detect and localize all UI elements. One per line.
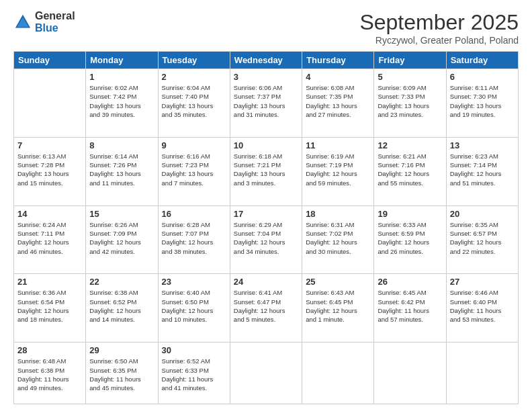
calendar-cell: 30Sunrise: 6:52 AM Sunset: 6:33 PM Dayli… (158, 342, 230, 404)
day-number: 5 (378, 72, 442, 82)
calendar-cell: 6Sunrise: 6:11 AM Sunset: 7:30 PM Daylig… (446, 69, 518, 138)
calendar-cell (230, 342, 302, 404)
calendar-cell: 10Sunrise: 6:18 AM Sunset: 7:21 PM Dayli… (230, 137, 302, 205)
calendar-cell: 12Sunrise: 6:21 AM Sunset: 7:16 PM Dayli… (374, 137, 446, 205)
day-number: 18 (306, 209, 370, 219)
weekday-header-tuesday: Tuesday (158, 52, 230, 69)
calendar-cell: 2Sunrise: 6:04 AM Sunset: 7:40 PM Daylig… (158, 69, 230, 138)
day-number: 7 (17, 140, 82, 150)
day-info: Sunrise: 6:35 AM Sunset: 6:57 PM Dayligh… (450, 220, 515, 256)
calendar-cell: 8Sunrise: 6:14 AM Sunset: 7:26 PM Daylig… (86, 137, 158, 205)
calendar-cell: 13Sunrise: 6:23 AM Sunset: 7:14 PM Dayli… (446, 137, 518, 205)
day-number: 25 (306, 277, 370, 287)
day-info: Sunrise: 6:08 AM Sunset: 7:35 PM Dayligh… (306, 83, 370, 119)
day-info: Sunrise: 6:26 AM Sunset: 7:09 PM Dayligh… (89, 220, 154, 256)
day-info: Sunrise: 6:09 AM Sunset: 7:33 PM Dayligh… (378, 83, 442, 119)
day-number: 1 (89, 72, 154, 82)
day-number: 11 (306, 140, 370, 150)
calendar-cell: 3Sunrise: 6:06 AM Sunset: 7:37 PM Daylig… (230, 69, 302, 138)
day-info: Sunrise: 6:43 AM Sunset: 6:45 PM Dayligh… (306, 288, 370, 324)
day-info: Sunrise: 6:16 AM Sunset: 7:23 PM Dayligh… (162, 152, 226, 187)
calendar-cell: 9Sunrise: 6:16 AM Sunset: 7:23 PM Daylig… (158, 137, 230, 205)
day-info: Sunrise: 6:14 AM Sunset: 7:26 PM Dayligh… (89, 152, 154, 187)
calendar-cell: 27Sunrise: 6:46 AM Sunset: 6:40 PM Dayli… (446, 274, 518, 342)
day-number: 13 (450, 140, 515, 150)
day-number: 3 (234, 72, 298, 82)
day-number: 4 (306, 72, 370, 82)
weekday-header-saturday: Saturday (446, 52, 518, 69)
day-number: 21 (17, 277, 82, 287)
day-number: 20 (450, 209, 515, 219)
title-section: September 2025 Ryczywol, Greater Poland,… (359, 10, 519, 46)
weekday-header-friday: Friday (374, 52, 446, 69)
day-number: 28 (17, 345, 82, 355)
calendar-cell: 23Sunrise: 6:40 AM Sunset: 6:50 PM Dayli… (158, 274, 230, 342)
calendar-cell (446, 342, 518, 404)
calendar-cell: 21Sunrise: 6:36 AM Sunset: 6:54 PM Dayli… (14, 274, 86, 342)
week-row-4: 21Sunrise: 6:36 AM Sunset: 6:54 PM Dayli… (14, 274, 519, 342)
day-number: 15 (89, 209, 154, 219)
day-info: Sunrise: 6:50 AM Sunset: 6:35 PM Dayligh… (89, 357, 154, 392)
day-number: 14 (17, 209, 82, 219)
day-number: 19 (378, 209, 442, 219)
calendar-cell: 29Sunrise: 6:50 AM Sunset: 6:35 PM Dayli… (86, 342, 158, 404)
weekday-header-monday: Monday (86, 52, 158, 69)
day-info: Sunrise: 6:48 AM Sunset: 6:38 PM Dayligh… (17, 357, 82, 392)
day-info: Sunrise: 6:06 AM Sunset: 7:37 PM Dayligh… (234, 83, 298, 119)
day-info: Sunrise: 6:52 AM Sunset: 6:33 PM Dayligh… (162, 357, 226, 392)
day-number: 27 (450, 277, 515, 287)
month-title: September 2025 (359, 10, 519, 35)
day-number: 10 (234, 140, 298, 150)
day-number: 30 (162, 345, 226, 355)
day-info: Sunrise: 6:45 AM Sunset: 6:42 PM Dayligh… (378, 288, 442, 324)
day-number: 8 (89, 140, 154, 150)
day-number: 24 (234, 277, 298, 287)
calendar-cell: 20Sunrise: 6:35 AM Sunset: 6:57 PM Dayli… (446, 205, 518, 274)
day-info: Sunrise: 6:40 AM Sunset: 6:50 PM Dayligh… (162, 288, 226, 324)
day-info: Sunrise: 6:23 AM Sunset: 7:14 PM Dayligh… (450, 152, 515, 187)
day-number: 17 (234, 209, 298, 219)
week-row-2: 7Sunrise: 6:13 AM Sunset: 7:28 PM Daylig… (14, 137, 519, 205)
day-info: Sunrise: 6:28 AM Sunset: 7:07 PM Dayligh… (162, 220, 226, 256)
calendar-cell: 14Sunrise: 6:24 AM Sunset: 7:11 PM Dayli… (14, 205, 86, 274)
calendar-cell: 5Sunrise: 6:09 AM Sunset: 7:33 PM Daylig… (374, 69, 446, 138)
week-row-5: 28Sunrise: 6:48 AM Sunset: 6:38 PM Dayli… (14, 342, 519, 404)
calendar-cell: 7Sunrise: 6:13 AM Sunset: 7:28 PM Daylig… (14, 137, 86, 205)
day-number: 16 (162, 209, 226, 219)
calendar-cell (374, 342, 446, 404)
day-info: Sunrise: 6:33 AM Sunset: 6:59 PM Dayligh… (378, 220, 442, 256)
day-info: Sunrise: 6:24 AM Sunset: 7:11 PM Dayligh… (17, 220, 82, 256)
weekday-header-wednesday: Wednesday (230, 52, 302, 69)
day-info: Sunrise: 6:38 AM Sunset: 6:52 PM Dayligh… (89, 288, 154, 324)
calendar-cell (14, 69, 86, 138)
day-number: 12 (378, 140, 442, 150)
logo-blue: Blue (35, 22, 75, 34)
day-info: Sunrise: 6:36 AM Sunset: 6:54 PM Dayligh… (17, 288, 82, 324)
calendar-cell: 4Sunrise: 6:08 AM Sunset: 7:35 PM Daylig… (302, 69, 374, 138)
weekday-header-row: SundayMondayTuesdayWednesdayThursdayFrid… (14, 52, 519, 69)
logo-general: General (35, 10, 75, 22)
day-number: 29 (89, 345, 154, 355)
calendar-cell: 15Sunrise: 6:26 AM Sunset: 7:09 PM Dayli… (86, 205, 158, 274)
calendar-cell: 25Sunrise: 6:43 AM Sunset: 6:45 PM Dayli… (302, 274, 374, 342)
week-row-1: 1Sunrise: 6:02 AM Sunset: 7:42 PM Daylig… (14, 69, 519, 138)
day-info: Sunrise: 6:04 AM Sunset: 7:40 PM Dayligh… (162, 83, 226, 119)
calendar-cell (302, 342, 374, 404)
day-info: Sunrise: 6:21 AM Sunset: 7:16 PM Dayligh… (378, 152, 442, 187)
day-number: 9 (162, 140, 226, 150)
weekday-header-thursday: Thursday (302, 52, 374, 69)
calendar-cell: 26Sunrise: 6:45 AM Sunset: 6:42 PM Dayli… (374, 274, 446, 342)
calendar-cell: 11Sunrise: 6:19 AM Sunset: 7:19 PM Dayli… (302, 137, 374, 205)
day-info: Sunrise: 6:11 AM Sunset: 7:30 PM Dayligh… (450, 83, 515, 119)
calendar-cell: 16Sunrise: 6:28 AM Sunset: 7:07 PM Dayli… (158, 205, 230, 274)
calendar-cell: 17Sunrise: 6:29 AM Sunset: 7:04 PM Dayli… (230, 205, 302, 274)
calendar-cell: 22Sunrise: 6:38 AM Sunset: 6:52 PM Dayli… (86, 274, 158, 342)
day-info: Sunrise: 6:29 AM Sunset: 7:04 PM Dayligh… (234, 220, 298, 256)
header: General Blue September 2025 Ryczywol, Gr… (13, 10, 519, 46)
location: Ryczywol, Greater Poland, Poland (359, 35, 519, 46)
day-info: Sunrise: 6:31 AM Sunset: 7:02 PM Dayligh… (306, 220, 370, 256)
calendar: SundayMondayTuesdayWednesdayThursdayFrid… (13, 51, 519, 404)
page: General Blue September 2025 Ryczywol, Gr… (0, 0, 532, 411)
logo-text: General Blue (35, 10, 75, 34)
calendar-cell: 1Sunrise: 6:02 AM Sunset: 7:42 PM Daylig… (86, 69, 158, 138)
